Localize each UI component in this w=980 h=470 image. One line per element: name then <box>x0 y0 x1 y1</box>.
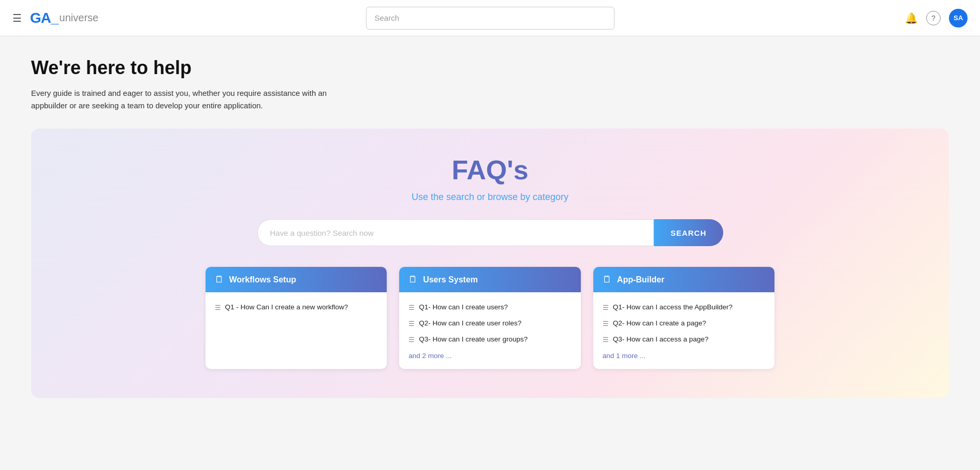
logo[interactable]: GA_ universe <box>30 10 98 26</box>
category-card-users: 🗒 Users System ☰ Q1- How can I create us… <box>399 267 581 369</box>
faq-item[interactable]: ☰ Q3- How can I access a page? <box>603 332 766 348</box>
faq-item-icon: ☰ <box>603 304 609 311</box>
faq-categories: 🗒 Workflows Setup ☰ Q1 - How Can I creat… <box>206 267 775 369</box>
faq-search-button[interactable]: SEARCH <box>654 219 723 246</box>
header-search-wrapper <box>366 7 615 30</box>
faq-item-text: Q1 - How Can I create a new workflow? <box>225 303 348 312</box>
faq-title: FAQ's <box>52 154 928 186</box>
help-icon[interactable]: ? <box>926 11 941 25</box>
faq-item-text: Q1- How can I create users? <box>419 303 508 312</box>
faq-item[interactable]: ☰ Q3- How can I create user groups? <box>408 332 572 348</box>
faq-item-text: Q3- How can I create user groups? <box>419 335 528 345</box>
faq-item-text: Q2- How can I create a page? <box>613 319 706 329</box>
category-icon: 🗒 <box>215 274 224 285</box>
header: ☰ GA_ universe 🔔 ? SA <box>0 0 980 36</box>
bell-icon[interactable]: 🔔 <box>905 12 918 24</box>
header-search-input[interactable] <box>366 7 615 30</box>
category-icon: 🗒 <box>603 274 612 285</box>
faq-item-icon: ☰ <box>408 336 415 344</box>
faq-more-link[interactable]: and 1 more ... <box>603 352 766 360</box>
category-header: 🗒 Workflows Setup <box>206 267 387 292</box>
faq-item-icon: ☰ <box>215 304 221 311</box>
faq-item-text: Q3- How can I access a page? <box>613 335 709 345</box>
category-body: ☰ Q1- How can I access the AppBuilder? ☰… <box>593 292 775 369</box>
category-header: 🗒 App-Builder <box>593 267 775 292</box>
faq-item[interactable]: ☰ Q1- How can I create users? <box>408 300 572 316</box>
faq-item[interactable]: ☰ Q2- How can I create user roles? <box>408 316 572 332</box>
logo-subtitle: universe <box>60 12 99 24</box>
logo-ga: GA_ <box>30 10 58 26</box>
faq-item[interactable]: ☰ Q2- How can I create a page? <box>603 316 766 332</box>
faq-item-icon: ☰ <box>408 304 415 311</box>
faq-search-input[interactable] <box>257 219 654 246</box>
faq-item-text: Q2- How can I create user roles? <box>419 319 521 329</box>
category-header: 🗒 Users System <box>399 267 581 292</box>
category-body: ☰ Q1 - How Can I create a new workflow? <box>206 292 387 325</box>
faq-more-link[interactable]: and 2 more ... <box>408 352 572 360</box>
avatar[interactable]: SA <box>949 9 968 27</box>
header-right: 🔔 ? SA <box>905 9 968 27</box>
faq-search-row: SEARCH <box>257 219 723 246</box>
category-title: App-Builder <box>617 275 665 284</box>
faq-item[interactable]: ☰ Q1- How can I access the AppBuilder? <box>603 300 766 316</box>
category-title: Users System <box>423 275 478 284</box>
hamburger-icon[interactable]: ☰ <box>12 12 22 24</box>
faq-item-icon: ☰ <box>603 336 609 344</box>
category-icon: 🗒 <box>408 274 418 285</box>
category-card-appbuilder: 🗒 App-Builder ☰ Q1- How can I access the… <box>593 267 775 369</box>
page-subtitle: Every guide is trained and eager to assi… <box>31 87 342 112</box>
category-card-workflows: 🗒 Workflows Setup ☰ Q1 - How Can I creat… <box>206 267 387 369</box>
faq-subtitle: Use the search or browse by category <box>52 192 928 203</box>
category-body: ☰ Q1- How can I create users? ☰ Q2- How … <box>399 292 581 369</box>
faq-item-icon: ☰ <box>603 320 609 327</box>
main-content: We're here to help Every guide is traine… <box>0 36 980 419</box>
page-title: We're here to help <box>31 57 949 79</box>
faq-item[interactable]: ☰ Q1 - How Can I create a new workflow? <box>215 300 378 316</box>
category-title: Workflows Setup <box>229 275 297 284</box>
faq-item-icon: ☰ <box>408 320 415 327</box>
faq-section: FAQ's Use the search or browse by catego… <box>31 129 949 398</box>
faq-item-text: Q1- How can I access the AppBuilder? <box>613 303 733 312</box>
